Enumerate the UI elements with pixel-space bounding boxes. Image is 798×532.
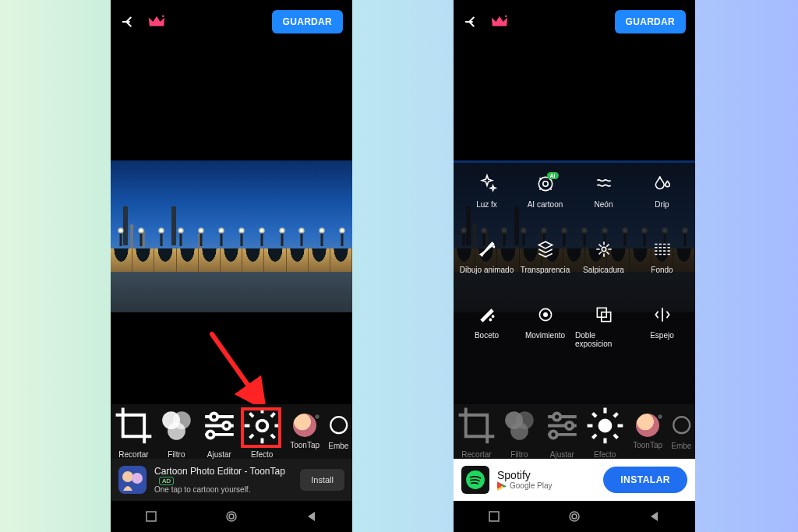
ad-install-button[interactable]: Install [300,469,344,491]
svg-point-19 [489,319,491,320]
nav-recent-icon[interactable] [145,510,157,523]
tool-recortar[interactable]: Recortar [112,404,155,460]
back-arrow-icon[interactable] [463,13,480,30]
effect-label: Fondo [651,266,673,274]
svg-point-30 [599,420,610,431]
crown-premium-icon[interactable] [491,14,508,30]
effect-label: Doble exposicion [575,331,632,348]
tool-recortar[interactable]: Recortar [455,404,498,460]
tool-label: Ajustar [550,450,574,459]
tool-label: Embe [671,442,691,450]
nav-home-icon[interactable] [568,510,581,523]
svg-point-31 [673,417,690,434]
ad-title: Cartoon Photo Editor - ToonTap [154,466,285,477]
toontap-thumbnail-icon [293,414,316,437]
topbar: GUARDAR [111,0,352,44]
effect-ai-cartoon[interactable]: AI AI cartoon [517,174,574,236]
effects-panel: Luz fx AI AI cartoon Neón Drip Dibujo an… [454,163,695,404]
svg-point-4 [210,413,217,420]
tool-label: Recortar [118,450,148,459]
effect-movimiento[interactable]: Movimiento [517,305,574,367]
tool-toontap[interactable]: ToonTap [284,414,327,449]
effect-espejo[interactable]: Espejo [634,305,690,367]
svg-point-12 [505,15,507,17]
svg-point-11 [229,514,234,519]
ad-app-icon [461,466,489,494]
nav-recent-icon[interactable] [488,510,500,523]
tool-label: Embe [328,442,348,450]
phone-screenshot-right: GUARDAR Luz fx AI AI cartoon [454,0,695,532]
effect-doble-exposicion[interactable]: Doble exposicion [575,305,632,367]
effect-label: Neón [595,200,613,209]
effect-label: Drip [655,200,669,209]
tool-filtro[interactable]: Filtro [498,404,541,460]
svg-point-27 [553,413,560,420]
ad-title: Spotify [497,469,595,481]
ad-banner[interactable]: Cartoon Photo Editor - ToonTapAD One tap… [111,459,352,501]
effect-label: Dibujo animado [460,266,514,274]
google-play-icon [497,481,507,491]
ad-install-button[interactable]: INSTALAR [603,467,687,493]
tool-efecto[interactable]: Efecto [584,404,627,460]
save-button[interactable]: GUARDAR [615,10,686,33]
topbar: GUARDAR [454,0,695,44]
svg-point-18 [492,315,493,317]
effect-label: Luz fx [476,200,497,209]
tool-ajustar[interactable]: Ajustar [541,404,584,460]
tool-toontap[interactable]: ToonTap [627,414,669,449]
tutorial-arrow-icon [204,326,274,412]
svg-point-0 [162,15,164,17]
effect-neon[interactable]: Neón [575,174,632,236]
svg-point-14 [542,181,548,187]
svg-point-10 [227,512,236,521]
svg-point-28 [566,421,573,428]
effect-label: Movimiento [525,331,565,340]
svg-point-26 [510,421,528,439]
tool-efecto[interactable]: Efecto [241,404,284,460]
image-canvas[interactable]: Luz fx AI AI cartoon Neón Drip Dibujo an… [454,44,695,404]
ad-badge: AD [159,477,174,485]
nav-back-icon[interactable] [648,510,661,523]
effect-drip[interactable]: Drip [634,174,690,236]
effect-fondo[interactable]: Fondo [634,239,690,301]
svg-point-5 [223,421,230,428]
nav-back-icon[interactable] [305,510,318,523]
svg-point-15 [491,244,493,245]
image-canvas[interactable] [111,44,352,404]
tool-label: ToonTap [290,441,320,449]
ad-banner[interactable]: Spotify Google Play INSTALAR [454,459,695,501]
save-button[interactable]: GUARDAR [272,10,343,33]
effect-label: Transparencia [521,266,570,274]
effect-boceto[interactable]: Boceto [458,305,515,367]
svg-point-6 [207,431,214,438]
ai-badge: AI [547,172,559,179]
tool-ajustar[interactable]: Ajustar [198,404,241,460]
effect-salpicadura[interactable]: Salpicadura [575,239,632,301]
svg-rect-9 [147,512,156,521]
tool-filtro[interactable]: Filtro [155,404,198,460]
svg-point-8 [330,417,347,434]
effect-transparencia[interactable]: Transparencia [517,239,574,301]
ad-subtitle: One tap to cartoon yourself. [154,485,292,494]
toontap-thumbnail-icon [636,414,659,437]
effect-label: AI cartoon [528,200,563,209]
svg-point-34 [570,512,579,521]
tool-strip: Recortar Filtro Ajustar Efecto ToonTap E… [454,404,695,459]
nav-home-icon[interactable] [225,510,238,523]
tool-embellecer[interactable]: Embe [669,413,694,449]
effect-label: Espejo [650,331,674,340]
svg-point-7 [256,420,267,431]
svg-rect-33 [489,512,499,521]
edited-image-content [111,160,352,312]
back-arrow-icon[interactable] [120,13,137,30]
effect-luz-fx[interactable]: Luz fx [458,174,515,236]
tool-label: Ajustar [207,450,231,459]
svg-point-21 [543,313,546,316]
effect-dibujo-animado[interactable]: Dibujo animado [458,239,515,301]
svg-point-3 [168,421,185,439]
svg-point-35 [572,514,577,519]
tool-label: Filtro [510,450,528,459]
tool-embellecer[interactable]: Embe [327,413,351,449]
effect-label: Boceto [475,331,499,340]
crown-premium-icon[interactable] [148,14,165,30]
